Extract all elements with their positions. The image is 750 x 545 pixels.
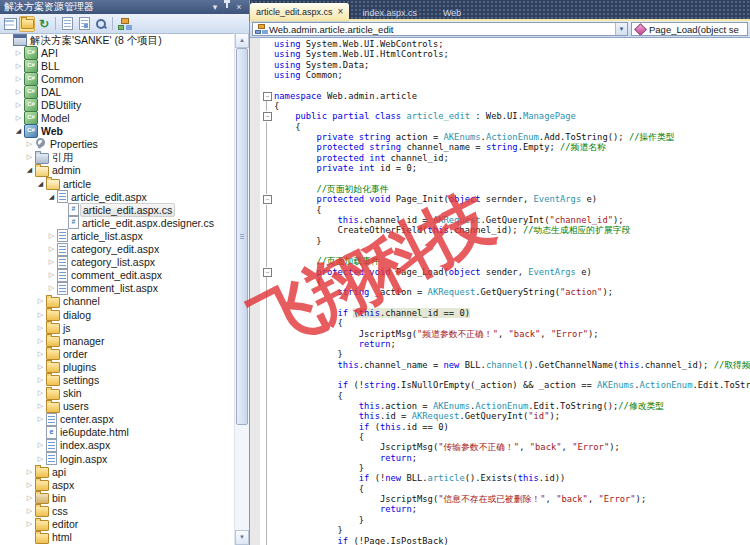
tree-item-order[interactable]: ▷order [0, 347, 235, 360]
tree-item-manager[interactable]: ▷manager [0, 334, 235, 347]
tree-item-properties[interactable]: ▷Properties [0, 138, 235, 151]
collapse-arrow-icon[interactable]: ◢ [47, 193, 56, 201]
tree-item-article[interactable]: ◢article [0, 177, 235, 190]
expand-arrow-icon[interactable]: ▷ [47, 232, 56, 240]
tree-item-channel[interactable]: ▷channel [0, 295, 235, 308]
tab-close-icon[interactable]: × [338, 7, 344, 17]
tree-item-comment-edit-aspx[interactable]: ▷comment_edit.aspx [0, 269, 235, 282]
expand-arrow-icon[interactable]: ▷ [25, 153, 34, 161]
collapse-arrow-icon[interactable]: ◢ [14, 127, 23, 135]
tree-item-users[interactable]: ▷users [0, 400, 235, 413]
scrollbar-thumb[interactable] [236, 48, 248, 425]
fold-collapse-icon[interactable]: – [263, 195, 272, 204]
tree-item-comment-list-aspx[interactable]: ▷comment_list.aspx [0, 282, 235, 295]
tree-item-dialog[interactable]: ▷dialog [0, 308, 235, 321]
expand-arrow-icon[interactable]: ▷ [36, 337, 45, 345]
tree-item-dal[interactable]: ▷C#DAL [0, 85, 235, 98]
tree-item-bin[interactable]: ▷bin [0, 491, 235, 504]
tree-item-skin[interactable]: ▷skin [0, 387, 235, 400]
member-dropdown[interactable]: Page_Load(object se [631, 22, 748, 36]
tree-item-article-edit-aspx[interactable]: ◢article_edit.aspx [0, 190, 235, 203]
tree-item-aspx[interactable]: ▷aspx [0, 478, 235, 491]
scroll-down-icon[interactable]: ▼ [235, 530, 249, 545]
expand-arrow-icon[interactable]: ▷ [36, 324, 45, 332]
expand-arrow-icon[interactable]: ▷ [14, 62, 23, 70]
fold-collapse-icon[interactable]: – [263, 92, 272, 101]
expand-arrow-icon[interactable]: ▷ [25, 494, 34, 502]
class-view-icon[interactable] [93, 16, 109, 32]
expand-arrow-icon[interactable]: ▷ [36, 311, 45, 319]
solution-explorer-titlebar[interactable]: 解决方案资源管理器 ▾ × [0, 0, 249, 14]
tree-item-model[interactable]: ▷C#Model [0, 112, 235, 125]
expand-arrow-icon[interactable]: ▷ [25, 468, 34, 476]
expand-arrow-icon[interactable]: ▷ [47, 258, 56, 266]
expand-arrow-icon[interactable]: ▷ [25, 520, 34, 528]
tree-item-article-list-aspx[interactable]: ▷article_list.aspx [0, 229, 235, 242]
tree-item-html[interactable]: html [0, 531, 235, 544]
tree-item-label: 解决方案'SANKE' (8 个项目) [30, 34, 162, 46]
tree-item-api[interactable]: ▷api [0, 465, 235, 478]
expand-arrow-icon[interactable]: ▷ [14, 114, 23, 122]
show-all-files-icon[interactable] [19, 16, 35, 32]
expand-arrow-icon[interactable]: ▷ [47, 271, 56, 279]
tree-item-category-edit-aspx[interactable]: ▷category_edit.aspx [0, 243, 235, 256]
chevron-down-icon[interactable]: ▼ [615, 23, 627, 35]
tree-item-css[interactable]: ▷css [0, 504, 235, 517]
expand-arrow-icon[interactable]: ▷ [14, 88, 23, 96]
expand-arrow-icon[interactable]: ▷ [14, 49, 23, 57]
expand-arrow-icon[interactable]: ▷ [14, 101, 23, 109]
expand-arrow-icon[interactable]: ▷ [25, 507, 34, 515]
expand-arrow-icon[interactable]: ▷ [36, 350, 45, 358]
code-editor[interactable]: using System.Web.UI.WebControls;using Sy… [250, 38, 750, 545]
tree-item-settings[interactable]: ▷settings [0, 373, 235, 386]
expand-arrow-icon[interactable]: ▷ [36, 441, 45, 449]
view-code-icon[interactable] [59, 16, 75, 32]
scroll-up-icon[interactable]: ▲ [235, 33, 249, 48]
expand-arrow-icon[interactable]: ▷ [47, 245, 56, 253]
pin-icon[interactable] [221, 0, 233, 14]
tree-item-admin[interactable]: ◢admin [0, 164, 235, 177]
window-position-icon[interactable]: ▾ [209, 1, 221, 14]
tree-item-category-list-aspx[interactable]: ▷category_list.aspx [0, 256, 235, 269]
close-icon[interactable]: × [233, 1, 245, 14]
solution-tree[interactable]: 解决方案'SANKE' (8 个项目)▷C#API▷C#BLL▷C#Common… [0, 33, 235, 545]
expand-arrow-icon[interactable]: ▷ [25, 481, 34, 489]
expand-arrow-icon[interactable]: ▷ [36, 415, 45, 423]
tree-item-common[interactable]: ▷C#Common [0, 72, 235, 85]
expand-arrow-icon[interactable]: ▷ [14, 75, 23, 83]
collapse-arrow-icon[interactable]: ◢ [25, 166, 34, 174]
expand-arrow-icon[interactable]: ▷ [36, 455, 45, 463]
expand-arrow-icon[interactable]: ▷ [36, 297, 45, 305]
class-diagram-icon[interactable] [116, 16, 132, 32]
tree-item-article-edit-aspx-designer-cs[interactable]: #article_edit.aspx.designer.cs [0, 216, 235, 229]
tree-item-js[interactable]: ▷js [0, 321, 235, 334]
tree-item-article-edit-aspx-cs[interactable]: #article_edit.aspx.cs [0, 203, 235, 216]
expand-arrow-icon[interactable]: ▷ [36, 363, 45, 371]
fold-collapse-icon[interactable]: – [263, 268, 272, 277]
tree-item-center-aspx[interactable]: ▷center.aspx [0, 413, 235, 426]
folder-icon [35, 467, 49, 478]
tree-item-login-aspx[interactable]: ▷login.aspx [0, 452, 235, 465]
tree-item-sanke-8[interactable]: 解决方案'SANKE' (8 个项目) [0, 33, 235, 46]
tree-item-api[interactable]: ▷C#API [0, 46, 235, 59]
tree-item-plugins[interactable]: ▷plugins [0, 360, 235, 373]
tree-scrollbar[interactable]: ▲ ▼ [234, 33, 249, 545]
tree-item-web[interactable]: ◢C#Web [0, 125, 235, 138]
properties-window-icon[interactable] [2, 16, 18, 32]
tree-item-ie6update-html[interactable]: eie6update.html [0, 426, 235, 439]
fold-collapse-icon[interactable]: – [263, 112, 272, 121]
refresh-icon[interactable]: ↻ [36, 16, 52, 32]
class-dropdown[interactable]: Web.admin.article.article_edit ▼ [252, 22, 628, 36]
expand-arrow-icon[interactable]: ▷ [47, 284, 56, 292]
tree-item-editor[interactable]: ▷editor [0, 517, 235, 530]
view-designer-icon[interactable] [76, 16, 92, 32]
collapse-arrow-icon[interactable]: ◢ [36, 180, 45, 188]
expand-arrow-icon[interactable]: ▷ [36, 402, 45, 410]
expand-arrow-icon[interactable]: ▷ [36, 376, 45, 384]
tree-item-bll[interactable]: ▷C#BLL [0, 59, 235, 72]
tree-item-index-aspx[interactable]: ▷index.aspx [0, 439, 235, 452]
tree-item-[interactable]: ▷引用 [0, 151, 235, 164]
tree-item-dbutility[interactable]: ▷C#DBUtility [0, 98, 235, 111]
expand-arrow-icon[interactable]: ▷ [25, 140, 34, 148]
expand-arrow-icon[interactable]: ▷ [36, 389, 45, 397]
